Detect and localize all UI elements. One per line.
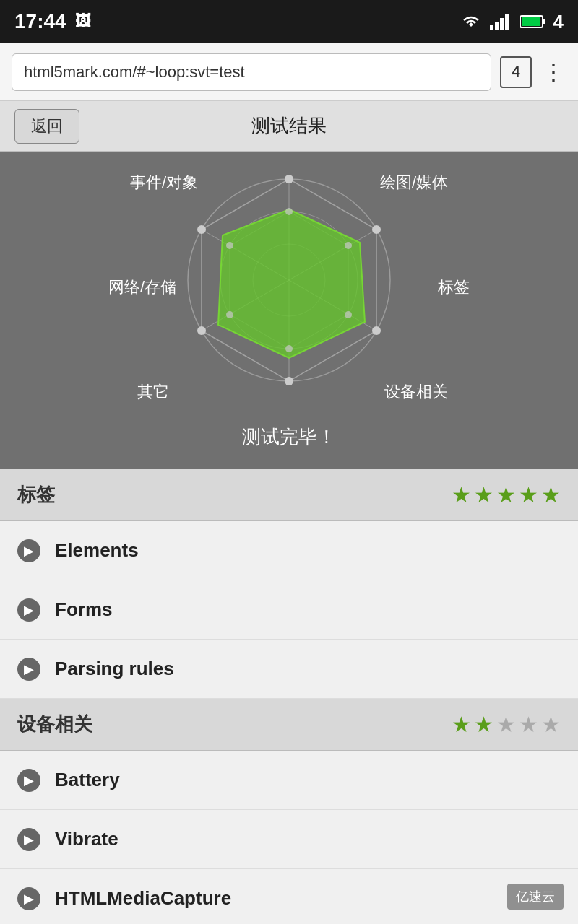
svg-point-25: [285, 208, 293, 215]
item-label-forms: Forms: [55, 598, 112, 621]
item-label-vibrate: Vibrate: [55, 828, 118, 850]
svg-rect-3: [505, 14, 509, 30]
dev-star-2: ★: [474, 712, 493, 737]
svg-rect-0: [490, 25, 493, 30]
svg-point-23: [197, 326, 206, 335]
radar-container: 事件/对象 绘图/媒体 网络/存储 标签 其它 设备相关: [116, 157, 462, 417]
watermark-text: 亿速云: [516, 889, 555, 904]
battery-percent: 4: [553, 11, 564, 33]
status-left: 17:44 🖼: [14, 10, 91, 33]
item-label-htmlmediacapture: HTMLMediaCapture: [55, 887, 231, 910]
expand-icon-forms[interactable]: ▶: [17, 598, 40, 622]
svg-rect-1: [495, 22, 499, 30]
status-bar: 17:44 🖼 4: [0, 0, 578, 43]
section-header-tags: 标签 ★ ★ ★ ★ ★: [0, 469, 578, 521]
watermark: 亿速云: [507, 884, 564, 910]
back-button[interactable]: 返回: [14, 109, 79, 144]
menu-dots-icon[interactable]: ⋮: [540, 58, 566, 86]
item-label-parsing: Parsing rules: [55, 658, 174, 680]
svg-point-19: [285, 175, 293, 183]
url-text: html5mark.com/#~loop:svt=test: [24, 63, 245, 82]
item-label-elements: Elements: [55, 539, 139, 562]
browser-bar: html5mark.com/#~loop:svt=test 4 ⋮: [0, 43, 578, 101]
tab-count: 4: [512, 64, 519, 80]
signal-icon: [490, 14, 513, 30]
svg-point-22: [285, 377, 293, 385]
list-item-htmlmediacapture[interactable]: ▶ HTMLMediaCapture: [0, 869, 578, 924]
list-item-vibrate[interactable]: ▶ Vibrate: [0, 810, 578, 869]
radar-complete-text: 测试完毕！: [242, 424, 336, 450]
svg-point-28: [285, 345, 293, 352]
svg-point-21: [372, 326, 381, 335]
status-time: 17:44: [14, 10, 66, 33]
dev-star-1: ★: [452, 712, 471, 737]
list-item-forms[interactable]: ▶ Forms: [0, 580, 578, 640]
svg-rect-5: [543, 19, 545, 24]
dev-star-3: ★: [496, 712, 516, 737]
item-label-battery: Battery: [55, 769, 120, 791]
svg-rect-2: [500, 18, 504, 30]
section-title-device: 设备相关: [17, 712, 92, 737]
status-right: 4: [460, 11, 564, 33]
star-4: ★: [519, 482, 538, 507]
battery-status-icon: [520, 14, 546, 29]
section-header-device: 设备相关 ★ ★ ★ ★ ★: [0, 699, 578, 751]
star-2: ★: [474, 482, 493, 507]
stars-device: ★ ★ ★ ★ ★: [452, 712, 561, 737]
nav-bar: 返回 测试结果: [0, 101, 578, 152]
star-3: ★: [496, 482, 516, 507]
star-1: ★: [452, 482, 471, 507]
dev-star-5: ★: [541, 712, 561, 737]
star-5: ★: [541, 482, 561, 507]
stars-tags: ★ ★ ★ ★ ★: [452, 482, 561, 507]
page-title: 测试结果: [251, 113, 327, 139]
svg-rect-6: [522, 17, 540, 26]
svg-point-20: [372, 225, 381, 234]
expand-icon-htmlmediacapture[interactable]: ▶: [17, 887, 40, 910]
url-field[interactable]: html5mark.com/#~loop:svt=test: [12, 53, 491, 91]
svg-point-27: [345, 311, 352, 318]
expand-icon-parsing[interactable]: ▶: [17, 658, 40, 681]
svg-point-26: [345, 242, 352, 249]
back-label: 返回: [31, 117, 63, 135]
dev-star-4: ★: [519, 712, 538, 737]
radar-chart-area: 事件/对象 绘图/媒体 网络/存储 标签 其它 设备相关: [0, 152, 578, 469]
tab-badge[interactable]: 4: [500, 56, 532, 88]
list-item-battery[interactable]: ▶ Battery: [0, 751, 578, 810]
expand-icon-vibrate[interactable]: ▶: [17, 828, 40, 851]
svg-point-29: [226, 311, 233, 318]
expand-icon-elements[interactable]: ▶: [17, 539, 40, 562]
svg-point-24: [197, 225, 206, 234]
list-item-elements[interactable]: ▶ Elements: [0, 521, 578, 580]
photo-icon: 🖼: [75, 12, 91, 31]
radar-svg: [116, 157, 462, 403]
list-item-parsing[interactable]: ▶ Parsing rules: [0, 640, 578, 699]
expand-icon-battery[interactable]: ▶: [17, 769, 40, 792]
svg-marker-18: [218, 209, 365, 358]
wifi-icon: [460, 14, 483, 30]
svg-point-30: [226, 242, 233, 249]
section-title-tags: 标签: [17, 482, 55, 507]
